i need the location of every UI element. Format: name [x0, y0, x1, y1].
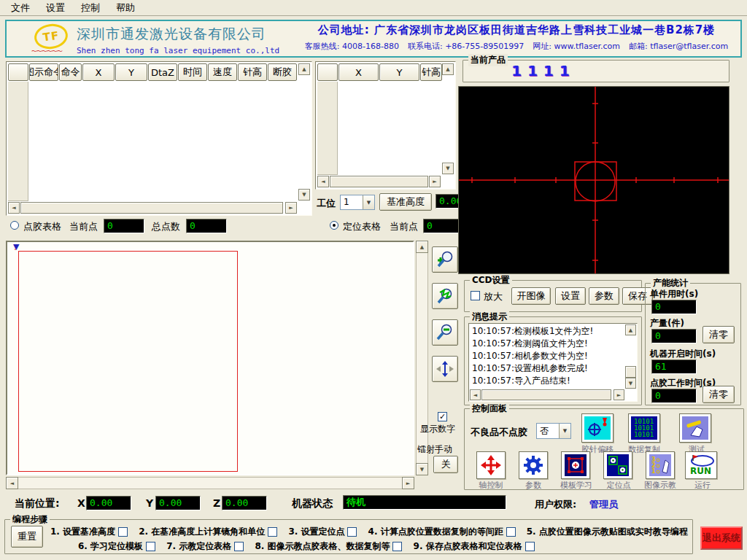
base-height-button[interactable]: 基准高度 — [379, 193, 432, 211]
show-numbers-checkbox[interactable]: ✓ — [438, 412, 447, 421]
canvas-scroll-up[interactable]: ▲ — [416, 241, 428, 253]
step-4-checkbox[interactable] — [506, 527, 516, 537]
step-6-checkbox[interactable] — [146, 542, 155, 551]
position-table: X Y 针高 ▲ ▼ ◄ ► — [315, 61, 456, 190]
clear-worktime-button[interactable]: 清零 — [703, 386, 735, 403]
clear-output-button[interactable]: 清零 — [703, 326, 735, 343]
menu-settings[interactable]: 设置 — [38, 0, 73, 16]
step-8-checkbox[interactable] — [392, 542, 402, 551]
test-button[interactable] — [679, 413, 711, 443]
dispense-col-time[interactable]: 时间 — [178, 63, 207, 81]
position-hscroll-thumb[interactable] — [330, 176, 428, 187]
position-col-x[interactable]: X — [338, 63, 379, 81]
move-view-button[interactable] — [432, 356, 458, 382]
ccd-setup-button[interactable]: 设置 — [555, 287, 586, 305]
laser-off-button[interactable]: 关 — [433, 456, 458, 473]
zoom-in-button[interactable] — [432, 246, 458, 273]
step-2-label: 2. 在基准高度上计算镜角和单位 — [139, 526, 265, 538]
canvas-scroll-down[interactable]: ▼ — [416, 463, 428, 475]
needle-offset-button[interactable] — [581, 413, 614, 443]
control-panel-title: 控制面板 — [470, 402, 509, 415]
step-1-checkbox[interactable] — [118, 527, 128, 537]
step-2-checkbox[interactable] — [268, 527, 277, 537]
dispense-hscroll-thumb[interactable] — [20, 202, 283, 214]
step-9-checkbox[interactable] — [525, 542, 535, 551]
locate-point-button[interactable] — [603, 451, 632, 479]
work-time-display: 0 — [651, 389, 697, 403]
step-7-checkbox[interactable] — [234, 542, 244, 551]
message-vscroll-thumb[interactable] — [625, 366, 636, 378]
axis-control-label: 轴控制 — [472, 480, 510, 491]
run-label: 运行 — [689, 480, 716, 491]
dispense-col-diagram-cmd[interactable]: 图示命令 — [29, 63, 58, 81]
menu-help[interactable]: 帮助 — [108, 0, 143, 16]
message-hscroll-thumb[interactable] — [481, 389, 611, 400]
message-listbox[interactable]: 10:10:57:检测模板1文件为空! 10:10:57:检测阈值文件为空! 1… — [468, 323, 638, 402]
dispense-col-breakglue[interactable]: 断胶 — [268, 63, 297, 81]
step-3-checkbox[interactable] — [347, 527, 357, 537]
dispense-scroll-up[interactable]: ▲ — [298, 63, 310, 75]
station-label: 工位 — [317, 197, 336, 210]
canvas-scroll-left[interactable]: ◄ — [6, 477, 18, 489]
y-axis-label: Y — [146, 497, 153, 509]
dispense-table-radio[interactable] — [10, 221, 19, 230]
machine-state-label: 机器状态 — [292, 497, 333, 510]
message-scroll-up[interactable]: ▲ — [625, 324, 636, 335]
menu-control[interactable]: 控制 — [73, 0, 108, 16]
ccd-params-button[interactable]: 参数 — [589, 287, 619, 305]
canvas-scroll-right[interactable]: ► — [402, 477, 414, 489]
axis-control-button[interactable] — [476, 451, 506, 479]
test-icon — [682, 416, 708, 440]
dispense-col-dtaz[interactable]: DtaZ — [148, 63, 177, 81]
position-scroll-down[interactable]: ▼ — [442, 163, 454, 174]
zoom-out-button[interactable] — [432, 319, 458, 346]
dispense-col-x[interactable]: X — [82, 63, 115, 81]
message-scroll-left[interactable]: ◄ — [470, 389, 481, 400]
dispense-scroll-right[interactable]: ► — [285, 202, 297, 214]
restore-view-button[interactable] — [432, 283, 458, 309]
laser-manual-label: 镭射手动 — [417, 443, 452, 456]
ng-skip-select[interactable]: 否 ▼ — [536, 423, 571, 439]
camera-view[interactable] — [458, 86, 729, 274]
dropdown-arrow-icon[interactable]: ▼ — [363, 195, 374, 209]
data-copy-button[interactable]: 10101 10101 10101 — [628, 413, 660, 443]
position-col-needle[interactable]: 针高 — [420, 63, 442, 81]
position-scroll-left[interactable]: ◄ — [317, 176, 329, 187]
position-scroll-up[interactable]: ▲ — [442, 63, 454, 75]
position-scroll-right[interactable]: ► — [429, 176, 441, 187]
dispense-col-cmd[interactable]: 命令 — [59, 63, 82, 81]
dispense-scroll-left[interactable]: ◄ — [8, 202, 20, 214]
unit-time-label: 单件用时(s) — [650, 288, 698, 300]
position-col-y[interactable]: Y — [379, 63, 419, 81]
station-select[interactable]: 1 ▼ — [340, 195, 375, 210]
canvas-hscrollbar[interactable] — [6, 477, 414, 489]
company-contact: 公司地址: 广东省深圳市龙岗区板田街道吉华路上雪科技工业城一巷B2栋7楼 客服热… — [295, 21, 740, 56]
template-learn-button[interactable] — [561, 451, 590, 479]
dispense-col-needle[interactable]: 针高 — [238, 63, 267, 81]
dispense-scroll-down[interactable]: ▼ — [298, 189, 310, 201]
message-scroll-down[interactable]: ▼ — [625, 378, 636, 389]
dispense-col-y[interactable]: Y — [115, 63, 147, 81]
steps-row-1: 1. 设置基准高度 2. 在基准高度上计算镜角和单位 3. 设置定位点 4. 计… — [50, 524, 691, 538]
restore-view-icon — [436, 287, 454, 306]
work-canvas[interactable]: ▼˅ — [6, 241, 414, 475]
scroll-right-icon: ► — [289, 205, 293, 211]
position-table-radio[interactable] — [330, 221, 338, 230]
exit-system-button[interactable]: 退出系统 — [700, 526, 743, 550]
position-current-label: 当前点 — [390, 220, 418, 233]
run-button[interactable]: RUN — [685, 451, 717, 479]
dropdown-arrow-icon[interactable]: ▼ — [559, 424, 570, 438]
scroll-right-icon: ► — [433, 179, 436, 184]
message-scroll-right[interactable]: ► — [614, 389, 624, 400]
dispense-col-speed[interactable]: 速度 — [208, 63, 237, 81]
params-button[interactable] — [519, 451, 548, 479]
ccd-magnify-checkbox[interactable] — [471, 291, 480, 300]
canvas-vscrollbar[interactable] — [416, 241, 428, 475]
menu-file[interactable]: 文件 — [3, 0, 38, 16]
image-teach-button[interactable]: 3 2 1 — [646, 451, 675, 479]
reset-button[interactable]: 重置 — [11, 526, 43, 548]
scroll-left-icon: ◄ — [12, 205, 15, 211]
crosshair-overlay — [459, 87, 729, 273]
data-copy-icon: 10101 10101 10101 — [631, 416, 657, 440]
open-image-button[interactable]: 开图像 — [511, 287, 551, 305]
